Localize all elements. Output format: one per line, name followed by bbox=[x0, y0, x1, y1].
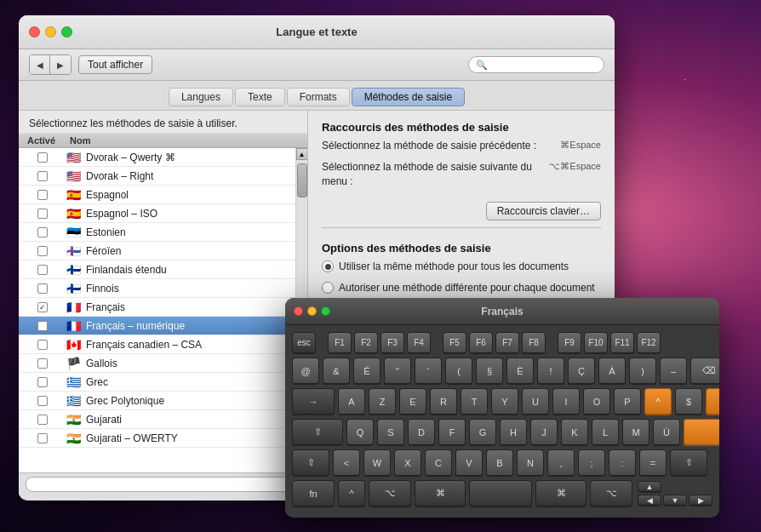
u-key[interactable]: U bbox=[522, 388, 549, 415]
comma-key[interactable]: , bbox=[547, 449, 575, 477]
excl-key[interactable]: ! bbox=[537, 358, 564, 385]
tab-langues[interactable]: Langues bbox=[169, 88, 233, 106]
e-key[interactable]: E bbox=[399, 388, 426, 415]
p-key[interactable]: P bbox=[614, 388, 641, 415]
table-row-selected[interactable]: 🇫🇷Français – numérique bbox=[19, 317, 295, 335]
table-row[interactable]: 🇪🇪Estonien bbox=[19, 223, 295, 242]
shift-right2-key[interactable]: ⇧ bbox=[670, 449, 707, 477]
show-all-button[interactable]: Tout afficher bbox=[78, 55, 152, 74]
eacute-key[interactable]: É bbox=[353, 358, 380, 385]
backspace-key[interactable]: ⌫ bbox=[690, 358, 719, 385]
a-key[interactable]: A bbox=[338, 388, 365, 415]
y-key[interactable]: Y bbox=[491, 388, 518, 415]
f7-key[interactable]: F7 bbox=[495, 332, 519, 354]
d-key[interactable]: D bbox=[408, 419, 435, 446]
esc-key[interactable]: esc bbox=[292, 332, 316, 354]
checkbox-gallois[interactable] bbox=[37, 358, 48, 369]
shift-left-key[interactable]: ⇧ bbox=[292, 449, 329, 477]
ctrl-key[interactable]: ^ bbox=[338, 480, 365, 507]
radio-same-method[interactable] bbox=[322, 260, 334, 272]
checkbox-finlandais[interactable] bbox=[37, 265, 48, 275]
ccedil-key[interactable]: Ç bbox=[568, 358, 595, 385]
f4-key[interactable]: F4 bbox=[407, 332, 431, 354]
caret-key[interactable]: ^ bbox=[644, 388, 672, 415]
rparen-key[interactable]: ) bbox=[629, 358, 656, 385]
table-row[interactable]: 🇬🇷Grec bbox=[19, 373, 295, 392]
checkbox-espagnol[interactable] bbox=[37, 190, 48, 200]
enter-key[interactable]: ↵ bbox=[706, 388, 719, 415]
alt-right-key[interactable]: ⌥ bbox=[590, 480, 632, 507]
cmd-left-key[interactable]: ⌘ bbox=[415, 480, 466, 507]
w-key[interactable]: W bbox=[363, 449, 391, 477]
f11-key[interactable]: F11 bbox=[610, 332, 634, 354]
arrow-up-key[interactable]: ▲ bbox=[638, 481, 661, 493]
checkbox-espagnol-iso[interactable] bbox=[37, 209, 48, 219]
colon-key[interactable]: : bbox=[609, 449, 636, 477]
x-key[interactable]: X bbox=[394, 449, 421, 477]
checkbox-francais-ca[interactable] bbox=[37, 340, 48, 350]
equals-key[interactable]: = bbox=[639, 449, 667, 477]
forward-button[interactable]: ▶ bbox=[50, 55, 71, 74]
n-key[interactable]: N bbox=[517, 449, 544, 477]
alt-left-key[interactable]: ⌥ bbox=[369, 480, 411, 507]
f1-key[interactable]: F1 bbox=[328, 332, 352, 354]
table-row[interactable]: 🇫🇮Finnois bbox=[19, 279, 295, 298]
fn-key[interactable]: fn bbox=[292, 480, 335, 507]
l-key[interactable]: L bbox=[592, 419, 619, 446]
k-key[interactable]: K bbox=[561, 419, 588, 446]
checkbox-feroien[interactable] bbox=[37, 246, 48, 256]
maximize-button[interactable] bbox=[61, 26, 72, 37]
table-row[interactable]: 🇫🇷Français bbox=[19, 298, 295, 317]
table-row[interactable]: 🇨🇦Français canadien – CSA bbox=[19, 335, 295, 354]
g-key[interactable]: G bbox=[469, 419, 496, 446]
arrow-right-key[interactable]: ▶ bbox=[689, 495, 712, 506]
c-key[interactable]: C bbox=[425, 449, 452, 477]
tab-formats[interactable]: Formats bbox=[287, 88, 350, 106]
egrave-key[interactable]: È bbox=[506, 358, 534, 385]
scroll-thumb[interactable] bbox=[297, 163, 307, 197]
m-key[interactable]: M bbox=[622, 419, 649, 446]
kb-maximize-button[interactable] bbox=[321, 306, 330, 316]
dquote-key[interactable]: " bbox=[384, 358, 411, 385]
f2-key[interactable]: F2 bbox=[354, 332, 378, 354]
table-row[interactable]: 🇺🇸Dvorak – Qwerty ⌘ bbox=[19, 148, 295, 167]
checkbox-gujarati[interactable] bbox=[37, 415, 48, 425]
f8-key[interactable]: F8 bbox=[522, 332, 546, 354]
f6-key[interactable]: F6 bbox=[469, 332, 493, 354]
z-key[interactable]: Z bbox=[369, 388, 396, 415]
arrow-left-key[interactable]: ◀ bbox=[638, 495, 661, 506]
cmd-right-key[interactable]: ⌘ bbox=[535, 480, 586, 507]
f10-key[interactable]: F10 bbox=[584, 332, 608, 354]
v-key[interactable]: V bbox=[455, 449, 483, 477]
table-row[interactable]: 🇮🇳Gujarati bbox=[19, 410, 295, 429]
ugrave-key[interactable]: Ù bbox=[653, 419, 680, 446]
q-key[interactable]: Q bbox=[346, 419, 374, 446]
checkbox-dvorak-qwerty[interactable] bbox=[37, 152, 48, 163]
t-key[interactable]: T bbox=[461, 388, 488, 415]
tab-methodes[interactable]: Méthodes de saisie bbox=[352, 88, 465, 106]
b-key[interactable]: B bbox=[486, 449, 513, 477]
j-key[interactable]: J bbox=[530, 419, 558, 446]
section-key[interactable]: § bbox=[476, 358, 503, 385]
table-row[interactable]: 🇪🇸Espagnol – ISO bbox=[19, 204, 295, 223]
checkbox-grec[interactable] bbox=[37, 377, 48, 387]
s-key[interactable]: S bbox=[377, 419, 404, 446]
dash-key[interactable]: – bbox=[660, 358, 687, 385]
lparen-key[interactable]: ( bbox=[445, 358, 472, 385]
semicol-key[interactable]: ; bbox=[578, 449, 605, 477]
kb-minimize-button[interactable] bbox=[307, 306, 317, 316]
f3-key[interactable]: F3 bbox=[380, 332, 404, 354]
lt-key[interactable]: < bbox=[333, 449, 360, 477]
back-button[interactable]: ◀ bbox=[30, 55, 50, 74]
checkbox-francais-num[interactable] bbox=[37, 321, 48, 331]
f-key[interactable]: F bbox=[438, 419, 466, 446]
i-key[interactable]: I bbox=[552, 388, 580, 415]
minimize-button[interactable] bbox=[45, 26, 56, 37]
table-row[interactable]: 🇫🇮Finlandais étendu bbox=[19, 260, 295, 279]
checkbox-grec-poly[interactable] bbox=[37, 396, 48, 406]
radio-different-method[interactable] bbox=[322, 282, 334, 294]
h-key[interactable]: H bbox=[500, 419, 527, 446]
table-row[interactable]: 🇮🇳Gujarati – OWERTY bbox=[19, 429, 295, 448]
table-row[interactable]: 🇪🇸Espagnol bbox=[19, 186, 295, 204]
table-row[interactable]: 🇺🇸Dvorak – Right bbox=[19, 167, 295, 186]
